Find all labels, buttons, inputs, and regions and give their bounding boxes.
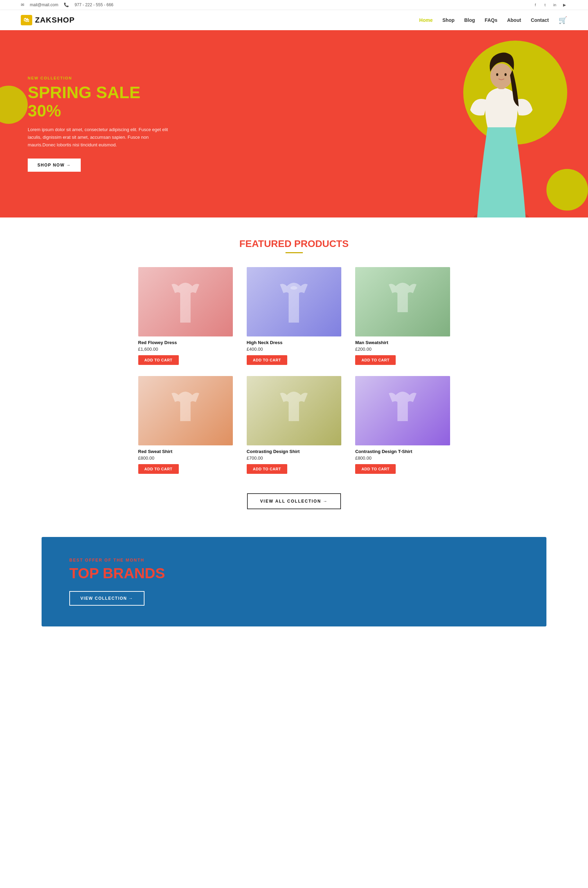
product-name: Contrasting Design T-Shirt bbox=[355, 449, 450, 454]
add-to-cart-button[interactable]: Add to cart bbox=[355, 464, 396, 474]
hero-blob-1 bbox=[0, 86, 28, 124]
social-links: f t in ▶ bbox=[532, 2, 567, 8]
product-card: Red Flowey Dress £1,600.00 Add to cart bbox=[138, 267, 233, 365]
hero-title: SPRING SALE 30% bbox=[28, 84, 173, 120]
offer-cta-button[interactable]: VIEW COLLECTION → bbox=[69, 591, 144, 606]
product-price: £800.00 bbox=[138, 455, 233, 461]
view-all-wrap: VIEW ALL COLLECTION → bbox=[21, 486, 567, 523]
top-bar: ✉ mail@mail.com 📞 977 - 222 - 555 - 666 … bbox=[0, 0, 588, 10]
add-to-cart-button[interactable]: Add to cart bbox=[247, 355, 287, 365]
hero-description: Lorem ipsum dolor sit amet, consectetur … bbox=[28, 126, 173, 149]
section-divider bbox=[285, 252, 303, 253]
phone-icon: 📞 bbox=[64, 2, 69, 7]
hero-badge: NEW COLLECTION bbox=[28, 76, 173, 80]
hero-section: NEW COLLECTION SPRING SALE 30% Lorem ips… bbox=[0, 30, 588, 217]
product-image bbox=[247, 376, 341, 446]
product-clothing-icon bbox=[389, 281, 417, 323]
product-image bbox=[138, 376, 233, 446]
product-price: £1,600.00 bbox=[138, 346, 233, 352]
product-clothing-icon bbox=[171, 390, 199, 432]
hero-content: NEW COLLECTION SPRING SALE 30% Lorem ips… bbox=[28, 76, 173, 172]
nav-blog[interactable]: Blog bbox=[464, 17, 475, 23]
product-card: Contrasting Design T-Shirt £800.00 Add t… bbox=[355, 376, 450, 474]
featured-title: FEATURED PRODUCTS bbox=[21, 238, 567, 250]
product-clothing-icon bbox=[280, 281, 308, 323]
hero-title-main: SPRING SALE bbox=[28, 83, 140, 102]
svg-point-4 bbox=[504, 73, 507, 76]
product-clothing-icon bbox=[171, 281, 199, 323]
product-image bbox=[138, 267, 233, 336]
product-image bbox=[247, 267, 341, 336]
product-image bbox=[355, 376, 450, 446]
hero-model-image bbox=[442, 44, 560, 217]
product-name: Man Sweatshirt bbox=[355, 340, 450, 345]
featured-title-main: FEATURED bbox=[239, 238, 294, 249]
product-name: Red Sweat Shirt bbox=[138, 449, 233, 454]
product-clothing-icon bbox=[389, 390, 417, 432]
add-to-cart-button[interactable]: Add to cart bbox=[355, 355, 396, 365]
nav-home[interactable]: Home bbox=[419, 17, 433, 23]
nav-faqs[interactable]: FAQs bbox=[485, 17, 498, 23]
product-card: Red Sweat Shirt £800.00 Add to cart bbox=[138, 376, 233, 474]
cart-icon[interactable]: 🛒 bbox=[558, 16, 567, 24]
hero-cta-button[interactable]: SHOP NOW → bbox=[28, 158, 81, 172]
main-nav: Home Shop Blog FAQs About Contact 🛒 bbox=[419, 16, 567, 24]
product-price: £400.00 bbox=[247, 346, 341, 352]
facebook-icon[interactable]: f bbox=[532, 2, 538, 8]
add-to-cart-button[interactable]: Add to cart bbox=[138, 355, 179, 365]
email-icon: ✉ bbox=[21, 2, 24, 7]
logo-zak: ZAK bbox=[35, 16, 52, 24]
svg-point-3 bbox=[496, 73, 498, 76]
logo[interactable]: 🛍 ZAKSHOP bbox=[21, 15, 75, 25]
product-clothing-icon bbox=[280, 390, 308, 432]
nav-about[interactable]: About bbox=[507, 17, 521, 23]
offer-section: BEST OFFER OF THE MONTH TOP BRANDS VIEW … bbox=[42, 537, 546, 626]
view-all-button[interactable]: VIEW ALL COLLECTION → bbox=[247, 493, 341, 509]
product-card: Contrasting Design Shirt £700.00 Add to … bbox=[247, 376, 341, 474]
product-grid: Red Flowey Dress £1,600.00 Add to cart H… bbox=[138, 267, 450, 474]
offer-badge-highlight: OFFER bbox=[85, 558, 102, 563]
hero-title-highlight: 30% bbox=[28, 102, 61, 120]
add-to-cart-button[interactable]: Add to cart bbox=[247, 464, 287, 474]
product-name: High Neck Dress bbox=[247, 340, 341, 345]
hero-model-svg bbox=[453, 51, 550, 217]
product-card: Man Sweatshirt £200.00 Add to cart bbox=[355, 267, 450, 365]
product-name: Contrasting Design Shirt bbox=[247, 449, 341, 454]
nav-shop[interactable]: Shop bbox=[442, 17, 454, 23]
add-to-cart-button[interactable]: Add to cart bbox=[138, 464, 179, 474]
offer-wrapper: BEST OFFER OF THE MONTH TOP BRANDS VIEW … bbox=[0, 537, 588, 661]
featured-section: FEATURED PRODUCTS Red Flowey Dress £1,60… bbox=[0, 217, 588, 537]
offer-badge-main: BEST bbox=[69, 558, 85, 563]
product-card: High Neck Dress £400.00 Add to cart bbox=[247, 267, 341, 365]
logo-shop: SHOP bbox=[52, 16, 75, 24]
featured-title-highlight: PRODUCTS bbox=[294, 238, 349, 249]
logo-text: ZAKSHOP bbox=[35, 16, 75, 25]
product-image bbox=[355, 267, 450, 336]
header: 🛍 ZAKSHOP Home Shop Blog FAQs About Cont… bbox=[0, 10, 588, 30]
phone-number: 977 - 222 - 555 - 666 bbox=[75, 2, 113, 7]
svg-point-2 bbox=[490, 63, 513, 89]
product-price: £800.00 bbox=[355, 455, 450, 461]
linkedin-icon[interactable]: in bbox=[552, 2, 558, 8]
product-name: Red Flowey Dress bbox=[138, 340, 233, 345]
offer-title: TOP BRANDS bbox=[69, 565, 519, 581]
offer-badge: BEST OFFER OF THE MONTH bbox=[69, 558, 519, 563]
youtube-icon[interactable]: ▶ bbox=[562, 2, 567, 8]
top-bar-contact: ✉ mail@mail.com 📞 977 - 222 - 555 - 666 bbox=[21, 2, 113, 7]
logo-bag-icon: 🛍 bbox=[21, 15, 32, 25]
svg-point-5 bbox=[290, 286, 297, 290]
product-price: £700.00 bbox=[247, 455, 341, 461]
nav-contact[interactable]: Contact bbox=[531, 17, 549, 23]
email-address: mail@mail.com bbox=[30, 2, 58, 7]
product-price: £200.00 bbox=[355, 346, 450, 352]
twitter-icon[interactable]: t bbox=[542, 2, 548, 8]
offer-badge-end: OF THE MONTH bbox=[102, 558, 144, 563]
